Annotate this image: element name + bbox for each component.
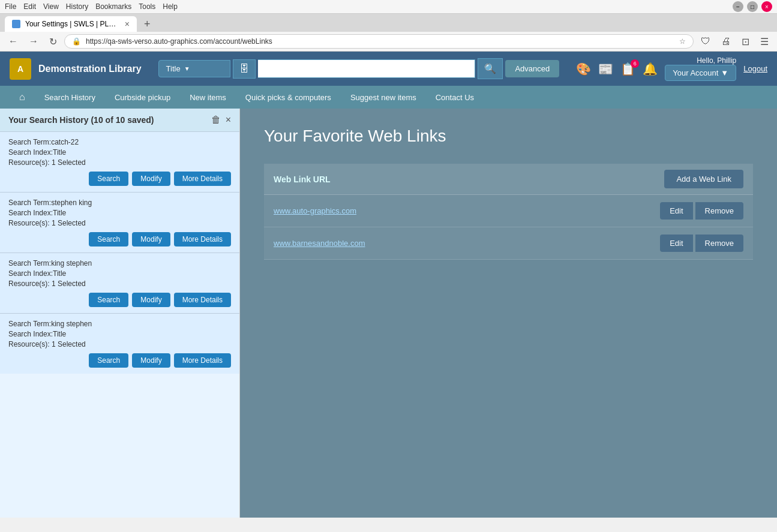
- print-icon[interactable]: 🖨: [718, 35, 734, 49]
- notification-badge: 6: [631, 59, 639, 68]
- nav-contact-us[interactable]: Contact Us: [426, 87, 484, 108]
- close-sidebar-button[interactable]: ×: [226, 115, 231, 125]
- nav-suggest-items[interactable]: Suggest new items: [341, 87, 426, 108]
- history-item-buttons: Search Modify More Details: [8, 232, 231, 247]
- window-minimize-button[interactable]: −: [733, 1, 743, 12]
- browser-tab[interactable]: Your Settings | SWLS | PLATT | A... ×: [5, 16, 137, 32]
- news-icon-button[interactable]: 📰: [598, 62, 613, 76]
- weblink-edit-button[interactable]: Edit: [660, 235, 692, 252]
- search-type-label: Title: [166, 64, 181, 73]
- history-search-button[interactable]: Search: [89, 172, 128, 186]
- history-more-details-button[interactable]: More Details: [174, 293, 231, 307]
- app-container: A Demonstration Library Title ▼ 🗄 🔍 Adva…: [0, 52, 777, 518]
- menu-edit[interactable]: Edit: [23, 2, 36, 11]
- history-item-buttons: Search Modify More Details: [8, 353, 231, 368]
- nav-new-items[interactable]: New items: [180, 87, 236, 108]
- browser-menu-bar: File Edit View History Bookmarks Tools H…: [0, 0, 777, 14]
- logout-button[interactable]: Logout: [743, 64, 767, 73]
- tab-close-icon[interactable]: ×: [125, 20, 130, 28]
- weblink-url[interactable]: www.barnesandnoble.com: [274, 239, 660, 248]
- nav-curbside-pickup[interactable]: Curbside pickup: [105, 87, 180, 108]
- history-resource: Resource(s): 1 Selected: [8, 340, 231, 348]
- search-button[interactable]: 🔍: [478, 58, 503, 79]
- home-icon: ⌂: [19, 92, 25, 103]
- nav-search-history[interactable]: Search History: [35, 87, 105, 108]
- logo-icon: A: [10, 58, 31, 80]
- history-search-button[interactable]: Search: [89, 232, 128, 247]
- sidebar-title: Your Search History (10 of 10 saved): [8, 115, 154, 125]
- weblink-remove-button[interactable]: Remove: [695, 202, 743, 220]
- history-modify-button[interactable]: Modify: [132, 232, 170, 247]
- app-nav: ⌂ Search History Curbside pickup New ite…: [0, 86, 777, 109]
- search-type-dropdown[interactable]: Title ▼: [158, 60, 230, 77]
- history-more-details-button[interactable]: More Details: [174, 172, 231, 186]
- history-more-details-button[interactable]: More Details: [174, 232, 231, 247]
- history-search-button[interactable]: Search: [89, 353, 128, 368]
- forward-button[interactable]: →: [25, 35, 42, 48]
- new-tab-button[interactable]: +: [139, 17, 155, 32]
- add-weblink-button[interactable]: Add a Web Link: [664, 170, 743, 188]
- history-resource: Resource(s): 1 Selected: [8, 158, 231, 167]
- user-greeting: Hello, Phillip: [665, 56, 736, 65]
- weblink-edit-button[interactable]: Edit: [660, 202, 692, 220]
- app-title: Demonstration Library: [38, 64, 142, 74]
- history-modify-button[interactable]: Modify: [132, 172, 170, 186]
- delete-history-button[interactable]: 🗑: [211, 115, 221, 125]
- page-title: Your Favorite Web Links: [264, 127, 753, 146]
- account-label: Your Account: [673, 68, 718, 77]
- url-column-header: Web Link URL: [274, 175, 664, 184]
- tab-title: Your Settings | SWLS | PLATT | A...: [25, 20, 120, 28]
- extensions-icon[interactable]: 🛡: [697, 35, 714, 49]
- extensions2-icon[interactable]: ⊡: [738, 35, 753, 49]
- history-item-buttons: Search Modify More Details: [8, 172, 231, 186]
- history-modify-button[interactable]: Modify: [132, 293, 170, 307]
- menu-view[interactable]: View: [43, 2, 59, 11]
- window-maximize-button[interactable]: □: [747, 1, 758, 12]
- history-index: Search Index:Title: [8, 330, 231, 338]
- history-term: Search Term:stephen king: [8, 199, 231, 207]
- weblink-row: www.barnesandnoble.com Edit Remove: [264, 227, 753, 260]
- weblinks-table-header: Web Link URL Add a Web Link: [264, 164, 753, 195]
- list-icon-button[interactable]: 📋 6: [620, 62, 635, 76]
- menu-help[interactable]: Help: [163, 2, 178, 11]
- history-more-details-button[interactable]: More Details: [174, 353, 231, 368]
- history-term: Search Term:king stephen: [8, 259, 231, 267]
- menu-bookmarks[interactable]: Bookmarks: [95, 2, 131, 11]
- history-term: Search Term:king stephen: [8, 320, 231, 328]
- weblink-url[interactable]: www.auto-graphics.com: [274, 206, 660, 215]
- app-logo: A: [10, 58, 31, 80]
- history-index: Search Index:Title: [8, 269, 231, 278]
- account-dropdown-button[interactable]: Your Account ▼: [665, 65, 736, 81]
- reload-button[interactable]: ↻: [46, 35, 61, 49]
- address-input[interactable]: [86, 37, 674, 46]
- history-search-button[interactable]: Search: [89, 293, 128, 307]
- menu-tools[interactable]: Tools: [139, 2, 155, 11]
- menu-file[interactable]: File: [5, 2, 16, 11]
- search-bar: Title ▼ 🗄 🔍 Advanced: [158, 58, 560, 79]
- user-section: Hello, Phillip Your Account ▼: [665, 56, 736, 81]
- history-modify-button[interactable]: Modify: [132, 353, 170, 368]
- back-button[interactable]: ←: [5, 35, 22, 48]
- history-item: Search Term:king stephen Search Index:Ti…: [0, 314, 239, 374]
- browser-nav-bar: ← → ↻ 🔒 ☆ 🛡 🖨 ⊡ ☰: [0, 32, 777, 52]
- history-item: Search Term:catch-22 Search Index:Title …: [0, 132, 239, 193]
- search-input[interactable]: [258, 59, 476, 78]
- header-icons: 🎨 📰 📋 6 🔔 Hello, Phillip Your Account ▼ …: [576, 56, 767, 81]
- history-resource: Resource(s): 1 Selected: [8, 219, 231, 227]
- history-item-buttons: Search Modify More Details: [8, 293, 231, 307]
- nav-quick-picks[interactable]: Quick picks & computers: [236, 87, 341, 108]
- bell-icon-button[interactable]: 🔔: [643, 62, 658, 76]
- palette-icon-button[interactable]: 🎨: [576, 62, 591, 76]
- history-term: Search Term:catch-22: [8, 138, 231, 146]
- bookmark-icon[interactable]: ☆: [679, 37, 686, 46]
- window-close-button[interactable]: ×: [761, 1, 772, 12]
- browser-menu-icon[interactable]: ☰: [757, 35, 772, 49]
- nav-home[interactable]: ⌂: [10, 86, 35, 109]
- sidebar: Your Search History (10 of 10 saved) 🗑 ×…: [0, 109, 240, 518]
- advanced-search-button[interactable]: Advanced: [505, 60, 559, 77]
- app-header: A Demonstration Library Title ▼ 🗄 🔍 Adva…: [0, 52, 777, 86]
- database-icon-button[interactable]: 🗄: [233, 59, 256, 79]
- chevron-down-icon: ▼: [184, 65, 190, 72]
- menu-history[interactable]: History: [66, 2, 88, 11]
- weblink-remove-button[interactable]: Remove: [695, 235, 743, 252]
